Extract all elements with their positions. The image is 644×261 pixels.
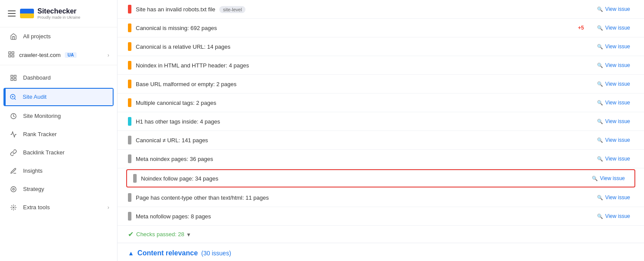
sidebar-label-rank-tracker: Rank Tracker <box>23 131 109 137</box>
view-issue-label: View issue <box>605 100 630 106</box>
dashboard-icon <box>9 74 18 82</box>
issue-row: H1 has other tags inside: 4 pages 🔍 View… <box>117 112 644 131</box>
sidebar-nav: Dashboard Site Audit Site Monitoring Ran… <box>0 65 117 261</box>
sidebar-label-site-monitoring: Site Monitoring <box>23 113 109 119</box>
search-icon: 🔍 <box>597 7 603 12</box>
view-issue-button[interactable]: 🔍 View issue <box>594 117 634 126</box>
view-issue-button[interactable]: 🔍 View issue <box>594 193 634 202</box>
svg-rect-4 <box>11 75 13 77</box>
search-icon: 🔍 <box>597 214 603 219</box>
issue-severity-dot <box>128 98 131 107</box>
sidebar-item-insights[interactable]: Insights <box>0 162 117 180</box>
view-issue-label: View issue <box>605 25 630 31</box>
issue-row: Site has an invalid robots.txt file site… <box>117 0 644 19</box>
site-monitoring-icon <box>9 112 18 120</box>
issue-severity-dot <box>128 23 131 32</box>
view-issue-label: View issue <box>605 194 630 201</box>
checks-passed[interactable]: ✔ Checks passed: 28 ▾ <box>117 226 644 243</box>
view-issue-button[interactable]: 🔍 View issue <box>594 23 634 33</box>
issue-text: Page has content-type other than text/ht… <box>136 194 589 201</box>
search-icon: 🔍 <box>592 176 598 181</box>
view-issue-label: View issue <box>605 6 630 12</box>
sidebar-label-all-projects: All projects <box>23 33 109 40</box>
sidebar-project[interactable]: crawler-test.com UA › <box>0 46 117 65</box>
rank-tracker-icon <box>9 130 18 139</box>
sidebar-item-strategy[interactable]: Strategy <box>0 180 117 198</box>
issue-text: H1 has other tags inside: 4 pages <box>136 118 589 125</box>
view-issue-button[interactable]: 🔍 View issue <box>594 42 634 51</box>
issue-severity-dot <box>128 42 131 51</box>
issue-row: Noindex in HTML and HTTP header: 4 pages… <box>117 56 644 75</box>
sidebar-item-backlink-tracker[interactable]: Backlink Tracker <box>0 144 117 162</box>
issue-text: Meta noindex pages: 36 pages <box>136 156 589 162</box>
view-issue-button[interactable]: 🔍 View issue <box>594 98 634 107</box>
insights-icon <box>9 167 18 175</box>
checks-passed-chevron: ▾ <box>187 231 190 238</box>
extra-tools-icon <box>9 203 18 212</box>
search-icon: 🔍 <box>597 63 603 68</box>
issue-row: Canonical is a relative URL: 14 pages 🔍 … <box>117 37 644 56</box>
svg-point-11 <box>11 187 16 192</box>
issue-text: Multiple canonical tags: 2 pages <box>136 100 589 106</box>
content-relevance-section: ▲ Content relevance (30 issues) Issues t… <box>117 243 644 261</box>
backlink-tracker-icon <box>9 148 18 157</box>
svg-rect-7 <box>14 78 16 80</box>
search-icon: 🔍 <box>597 81 603 87</box>
project-badge: UA <box>65 52 76 58</box>
sidebar-label-dashboard: Dashboard <box>23 74 109 81</box>
section-title: Content relevance <box>138 249 198 257</box>
sidebar-item-dashboard[interactable]: Dashboard <box>0 69 117 87</box>
view-issue-button[interactable]: 🔍 View issue <box>594 60 634 70</box>
issue-severity-dot <box>133 174 137 183</box>
menu-toggle[interactable] <box>8 10 16 17</box>
sidebar-item-site-monitoring[interactable]: Site Monitoring <box>0 107 117 125</box>
sidebar-label-insights: Insights <box>23 167 109 174</box>
sidebar-label-strategy: Strategy <box>23 186 109 192</box>
view-issue-label: View issue <box>605 118 630 124</box>
issue-row: Meta noindex pages: 36 pages 🔍 View issu… <box>117 150 644 168</box>
view-issue-label: View issue <box>605 81 630 87</box>
view-issue-button[interactable]: 🔍 View issue <box>594 79 634 89</box>
grid-icon <box>8 51 15 60</box>
sidebar-item-extra-tools[interactable]: Extra tools › <box>0 198 117 217</box>
svg-line-9 <box>14 98 16 100</box>
issue-row: Canonical ≠ URL: 141 pages 🔍 View issue <box>117 131 644 150</box>
strategy-icon <box>9 185 18 194</box>
view-issue-button[interactable]: 🔍 View issue <box>594 4 634 14</box>
issue-severity-dot <box>128 136 131 144</box>
svg-rect-2 <box>9 55 11 57</box>
svg-point-13 <box>13 207 14 208</box>
issue-row: Canonical is missing: 692 pages +5 🔍 Vie… <box>117 19 644 37</box>
view-issue-button[interactable]: 🔍 View issue <box>594 135 634 145</box>
issue-text: Canonical ≠ URL: 141 pages <box>136 137 589 144</box>
issue-list: Site has an invalid robots.txt file site… <box>117 0 644 261</box>
issue-severity-dot <box>128 5 131 13</box>
sidebar-item-site-audit-inner[interactable]: Site Audit <box>4 89 113 105</box>
issue-row: Base URL malformed or empty: 2 pages 🔍 V… <box>117 75 644 94</box>
site-level-badge: site-level <box>219 6 245 13</box>
issue-severity-dot <box>128 117 131 126</box>
issue-text: Canonical is a relative URL: 14 pages <box>136 44 589 50</box>
highlighted-issue-row: Noindex follow page: 34 pages 🔍 View iss… <box>126 169 635 187</box>
section-collapse-icon: ▲ <box>128 250 134 257</box>
search-icon: 🔍 <box>597 195 603 201</box>
issue-text: Base URL malformed or empty: 2 pages <box>136 81 589 87</box>
sidebar-item-site-audit[interactable]: Site Audit <box>3 88 114 106</box>
main-content: Site has an invalid robots.txt file site… <box>117 0 644 261</box>
issue-severity-dot <box>128 61 131 70</box>
issue-row: Page has content-type other than text/ht… <box>117 188 644 207</box>
svg-rect-3 <box>12 55 14 57</box>
search-icon: 🔍 <box>597 44 603 50</box>
view-issue-button[interactable]: 🔍 View issue <box>588 174 628 183</box>
view-issue-button[interactable]: 🔍 View issue <box>594 211 634 221</box>
search-icon: 🔍 <box>597 156 603 162</box>
view-issue-button[interactable]: 🔍 View issue <box>594 154 634 164</box>
issue-text: Noindex follow page: 34 pages <box>141 175 584 182</box>
issue-severity-dot <box>128 154 131 163</box>
section-header[interactable]: ▲ Content relevance (30 issues) <box>117 243 644 260</box>
sidebar-item-rank-tracker[interactable]: Rank Tracker <box>0 125 117 144</box>
project-chevron-icon: › <box>107 52 109 58</box>
sidebar-item-all-projects[interactable]: All projects <box>0 27 117 46</box>
svg-rect-6 <box>11 78 13 80</box>
svg-rect-5 <box>14 75 16 77</box>
